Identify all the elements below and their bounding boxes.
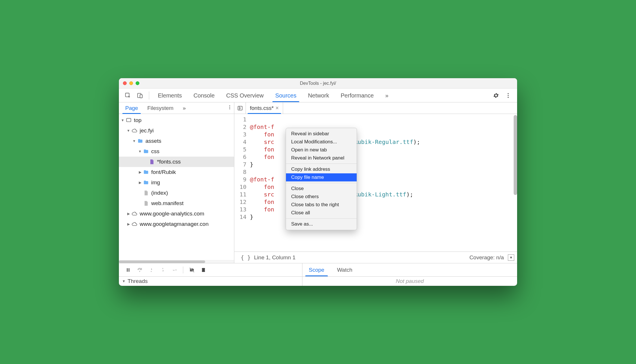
- window-controls: [119, 81, 139, 85]
- editor-panel: fonts.css* × 123 456 789 101112 1314 @fo…: [234, 102, 517, 263]
- svg-point-3: [508, 93, 509, 94]
- tree-node-font-rubik[interactable]: ▶ font/Rubik: [119, 167, 234, 177]
- threads-section[interactable]: ▼ Threads: [119, 277, 302, 286]
- kebab-menu-icon[interactable]: [502, 91, 514, 100]
- toggle-navigator-icon[interactable]: [234, 102, 246, 114]
- cloud-icon: [132, 211, 137, 217]
- tab-network[interactable]: Network: [302, 89, 335, 102]
- tab-scope[interactable]: Scope: [302, 264, 331, 276]
- menu-reveal-in-network-panel[interactable]: Reveal in Network panel: [286, 154, 357, 162]
- svg-point-4: [508, 95, 509, 96]
- deactivate-breakpoints-button[interactable]: [187, 265, 197, 275]
- svg-rect-9: [127, 118, 131, 122]
- minimize-window-button[interactable]: [129, 81, 133, 85]
- panel-tabs: Elements Console CSS Overview Sources Ne…: [152, 89, 394, 102]
- tree-node-top[interactable]: ▼ top: [119, 115, 234, 125]
- maximize-window-button[interactable]: [136, 81, 139, 85]
- chevron-down-icon: ▼: [122, 279, 126, 283]
- chevron-right-icon: ▶: [126, 222, 130, 226]
- menu-copy-file-name[interactable]: Copy file name: [286, 173, 357, 181]
- tab-console[interactable]: Console: [188, 89, 220, 102]
- folder-icon: [137, 138, 143, 144]
- menu-close[interactable]: Close: [286, 185, 357, 193]
- svg-point-14: [151, 271, 152, 272]
- titlebar: DevTools - jec.fyi/: [119, 78, 517, 89]
- cursor-position-label: Line 1, Column 1: [254, 254, 295, 261]
- close-tab-icon[interactable]: ×: [275, 105, 279, 111]
- chevron-down-icon: ▼: [121, 118, 125, 122]
- step-out-button[interactable]: [158, 265, 168, 275]
- code-editor[interactable]: 123 456 789 101112 1314 @font-f fon srcx…: [234, 114, 517, 252]
- menu-close-others[interactable]: Close others: [286, 193, 357, 201]
- debugger-toolbar: Scope Watch: [119, 263, 517, 277]
- navigator-tab-more[interactable]: »: [178, 103, 190, 114]
- tree-node-css[interactable]: ▼ css: [119, 146, 234, 157]
- stylesheet-file-icon: [149, 159, 155, 165]
- devtools-window: DevTools - jec.fyi/ Elements Console CSS…: [119, 78, 517, 286]
- debug-sidebar-tabs: Scope Watch: [302, 263, 359, 276]
- tree-node-web-manifest[interactable]: web.manifest: [119, 198, 234, 209]
- tree-node-fonts-css[interactable]: *fonts.css: [119, 157, 234, 167]
- menu-save-as[interactable]: Save as...: [286, 220, 357, 228]
- svg-rect-2: [140, 95, 142, 98]
- pause-button[interactable]: [123, 265, 133, 275]
- step-button[interactable]: [169, 265, 179, 275]
- menu-open-in-new-tab[interactable]: Open in new tab: [286, 146, 357, 154]
- navigator-sidebar: Page Filesystem » ▼ top ▼: [119, 102, 234, 263]
- main-toolbar: Elements Console CSS Overview Sources Ne…: [119, 89, 517, 102]
- sidebar-horizontal-scrollbar[interactable]: [119, 260, 234, 263]
- editor-status-bar: { } Line 1, Column 1 Coverage: n/a ▼: [234, 252, 517, 263]
- chevron-right-icon: ▶: [138, 170, 142, 174]
- chevron-down-icon: ▼: [138, 149, 142, 153]
- bottom-panel: ▼ Threads Not paused: [119, 277, 517, 286]
- tab-watch[interactable]: Watch: [331, 264, 359, 276]
- coverage-label: Coverage: n/a: [469, 254, 504, 261]
- editor-vertical-scrollbar[interactable]: [514, 114, 517, 252]
- file-tree[interactable]: ▼ top ▼ jec.fyi ▼ assets: [119, 114, 234, 260]
- document-file-icon: [143, 190, 149, 196]
- device-toolbar-icon[interactable]: [134, 91, 146, 100]
- tab-css-overview[interactable]: CSS Overview: [220, 89, 270, 102]
- settings-gear-icon[interactable]: [490, 91, 502, 100]
- tree-node-index[interactable]: (index): [119, 188, 234, 198]
- close-window-button[interactable]: [123, 81, 127, 85]
- tree-node-jecfyi[interactable]: ▼ jec.fyi: [119, 125, 234, 136]
- svg-point-16: [175, 269, 176, 270]
- tab-elements[interactable]: Elements: [152, 89, 188, 102]
- tab-more[interactable]: »: [379, 89, 394, 102]
- menu-copy-link-address[interactable]: Copy link address: [286, 165, 357, 173]
- step-over-button[interactable]: [134, 265, 145, 275]
- navigator-tabs: Page Filesystem »: [119, 102, 234, 114]
- navigator-tab-page[interactable]: Page: [121, 103, 143, 114]
- tab-sources[interactable]: Sources: [270, 89, 302, 102]
- menu-reveal-in-sidebar[interactable]: Reveal in sidebar: [286, 130, 357, 138]
- not-paused-label: Not paused: [396, 278, 424, 284]
- svg-point-13: [139, 271, 140, 272]
- svg-rect-11: [127, 268, 128, 272]
- menu-local-modifications[interactable]: Local Modifications...: [286, 138, 357, 146]
- editor-tab-fonts-css[interactable]: fonts.css* ×: [246, 102, 283, 114]
- debugger-controls: [119, 263, 302, 276]
- tree-node-google-analytics[interactable]: ▶ www.google-analytics.com: [119, 209, 234, 219]
- menu-close-tabs-to-right[interactable]: Close tabs to the right: [286, 201, 357, 209]
- menu-close-all[interactable]: Close all: [286, 209, 357, 217]
- coverage-dropdown-icon[interactable]: ▼: [508, 254, 514, 261]
- threads-label: Threads: [128, 278, 148, 284]
- navigator-tab-filesystem[interactable]: Filesystem: [143, 103, 178, 114]
- tree-node-assets[interactable]: ▼ assets: [119, 136, 234, 146]
- tab-performance[interactable]: Performance: [335, 89, 380, 102]
- svg-point-6: [229, 105, 230, 106]
- pretty-print-button[interactable]: { }: [237, 254, 254, 261]
- pause-on-exceptions-button[interactable]: [198, 265, 209, 275]
- step-into-button[interactable]: [146, 265, 156, 275]
- folder-icon: [143, 180, 149, 185]
- tree-node-img[interactable]: ▶ img: [119, 177, 234, 188]
- inspect-element-icon[interactable]: [122, 91, 134, 100]
- navigator-kebab-icon[interactable]: [227, 105, 232, 111]
- tree-node-googletagmanager[interactable]: ▶ www.googletagmanager.con: [119, 219, 234, 229]
- svg-point-8: [229, 108, 230, 109]
- chevron-right-icon: ▶: [126, 212, 130, 216]
- line-gutter: 123 456 789 101112 1314: [234, 114, 249, 252]
- editor-tab-label: fonts.css*: [250, 105, 274, 111]
- editor-tabs: fonts.css* ×: [234, 102, 517, 114]
